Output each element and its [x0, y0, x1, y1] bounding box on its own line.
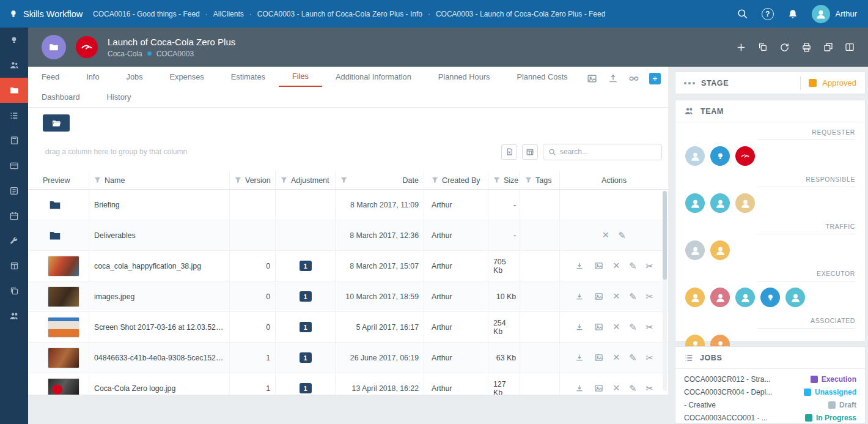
download-icon[interactable] [575, 384, 584, 393]
cut-icon[interactable] [646, 353, 654, 362]
file-name[interactable]: Deliverables [89, 220, 230, 250]
file-name[interactable]: 04846633-c41b-4e0a-9308-5cec152b16f5 [89, 343, 230, 373]
table-row[interactable]: Screen Shot 2017-03-16 at 12.03.52.png 0… [28, 312, 668, 343]
file-name[interactable]: Coca-Cola Zero logo.jpg [89, 373, 230, 395]
edit-icon[interactable] [629, 384, 637, 393]
avatar[interactable] [735, 288, 755, 307]
avatar[interactable] [685, 193, 705, 213]
edit-icon[interactable] [629, 353, 637, 362]
edit-icon[interactable] [629, 261, 637, 270]
new-folder-button[interactable] [43, 114, 70, 132]
adjustment-badge[interactable]: 1 [300, 383, 312, 393]
avatar[interactable] [785, 288, 805, 307]
refresh-icon[interactable] [779, 42, 790, 53]
app-brand[interactable]: Skills Workflow [0, 9, 93, 19]
col-preview[interactable]: Preview [28, 171, 89, 189]
tab-files[interactable]: Files [279, 67, 322, 87]
lightbulb-avatar[interactable] [760, 288, 780, 307]
col-tags[interactable]: Tags [520, 171, 560, 189]
job-status[interactable]: Execution [811, 375, 856, 384]
job-name[interactable]: COCA0003CR004 - Depl... [684, 388, 799, 396]
table-row[interactable]: Briefing 8 March 2017, 11:09 Arthur - [28, 190, 668, 220]
col-created-by[interactable]: Created By [424, 171, 488, 189]
filter-funnel-icon[interactable] [493, 177, 500, 184]
file-name[interactable]: Briefing [89, 190, 230, 220]
delete-icon[interactable] [613, 383, 620, 393]
avatar[interactable] [710, 288, 730, 307]
sidebar-item-expenses[interactable] [0, 153, 28, 178]
add-file-button[interactable] [649, 73, 661, 84]
columns-layout-icon[interactable] [845, 42, 855, 52]
preview-image-icon[interactable] [594, 384, 604, 393]
sidebar-item-people[interactable] [0, 303, 28, 329]
job-name[interactable]: - Creative [684, 401, 823, 409]
filter-funnel-icon[interactable] [281, 177, 287, 184]
sidebar-item-clients[interactable] [0, 53, 28, 78]
avatar[interactable] [685, 288, 705, 307]
tab-jobs[interactable]: Jobs [113, 67, 156, 87]
tab-info[interactable]: Info [73, 67, 112, 87]
breadcrumb-item[interactable]: COCA0003 - Launch of Coca-Cola Zero Plus… [436, 10, 605, 18]
preview-image-icon[interactable] [594, 322, 604, 332]
sidebar-item-assets[interactable] [0, 253, 28, 278]
sidebar-item-documents[interactable] [0, 278, 28, 303]
avatar[interactable] [685, 240, 705, 260]
tab-feed[interactable]: Feed [28, 67, 73, 87]
edit-icon[interactable] [629, 292, 637, 301]
add-icon[interactable] [736, 42, 746, 53]
delete-icon[interactable] [602, 230, 609, 240]
windows-icon[interactable] [823, 42, 833, 52]
delete-icon[interactable] [613, 261, 620, 271]
avatar[interactable] [685, 146, 705, 166]
cut-icon[interactable] [646, 261, 654, 270]
col-version[interactable]: Version [230, 171, 276, 189]
avatar[interactable] [735, 193, 755, 213]
sidebar-item-tools[interactable] [0, 228, 28, 253]
download-icon[interactable] [575, 322, 584, 332]
cut-icon[interactable] [646, 292, 654, 301]
tab-planned-hours[interactable]: Planned Hours [425, 67, 504, 87]
column-chooser-button[interactable] [522, 144, 538, 160]
adjustment-badge[interactable]: 1 [300, 291, 312, 302]
lightbulb-avatar[interactable] [710, 146, 730, 166]
filter-funnel-icon[interactable] [94, 177, 101, 184]
tab-history[interactable]: History [94, 87, 145, 107]
download-icon[interactable] [575, 261, 584, 271]
stage-status[interactable]: Approved [822, 78, 856, 87]
job-name[interactable]: COCA0003ACCO001 - ... [684, 414, 800, 422]
notifications-bell-icon[interactable] [787, 9, 798, 20]
search-input[interactable] [560, 147, 657, 156]
search-icon[interactable] [737, 8, 748, 20]
print-icon[interactable] [801, 42, 812, 53]
preview-image-icon[interactable] [594, 261, 604, 270]
upload-icon[interactable] [608, 73, 619, 84]
tab-expenses[interactable]: Expenses [156, 67, 218, 87]
col-adjustment[interactable]: Adjustment [276, 171, 336, 189]
avatar[interactable] [710, 240, 730, 260]
user-menu[interactable]: Arthur [812, 5, 857, 23]
adjustment-badge[interactable]: 1 [300, 352, 312, 363]
tab-planned-costs[interactable]: Planned Costs [503, 67, 581, 87]
export-excel-button[interactable] [501, 144, 517, 160]
download-icon[interactable] [575, 292, 584, 302]
job-name[interactable]: COCA0003CR012 - Stra... [684, 375, 806, 384]
file-thumbnail[interactable] [48, 317, 79, 338]
col-size[interactable]: Size [488, 171, 520, 189]
scrollbar-thumb[interactable] [663, 191, 667, 280]
table-row[interactable]: Deliverables 8 March 2017, 12:36 Arthur … [28, 220, 668, 251]
col-name[interactable]: Name [89, 171, 230, 189]
table-row[interactable]: images.jpeg 0 1 10 March 2017, 18:59 Art… [28, 281, 668, 312]
preview-image-icon[interactable] [594, 353, 604, 362]
file-name[interactable]: images.jpeg [89, 281, 230, 311]
file-name[interactable]: coca_cola_happyfication_38.jpg [89, 251, 230, 281]
edit-icon[interactable] [629, 322, 637, 332]
tab-estimates[interactable]: Estimates [218, 67, 279, 87]
filter-funnel-icon[interactable] [525, 177, 532, 184]
sidebar-item-files[interactable] [0, 78, 28, 103]
download-icon[interactable] [575, 353, 584, 363]
preview-image-icon[interactable] [594, 292, 604, 301]
job-status[interactable]: Draft [828, 401, 856, 409]
gallery-icon[interactable] [586, 73, 598, 84]
edit-icon[interactable] [618, 231, 626, 240]
delete-icon[interactable] [613, 322, 620, 332]
